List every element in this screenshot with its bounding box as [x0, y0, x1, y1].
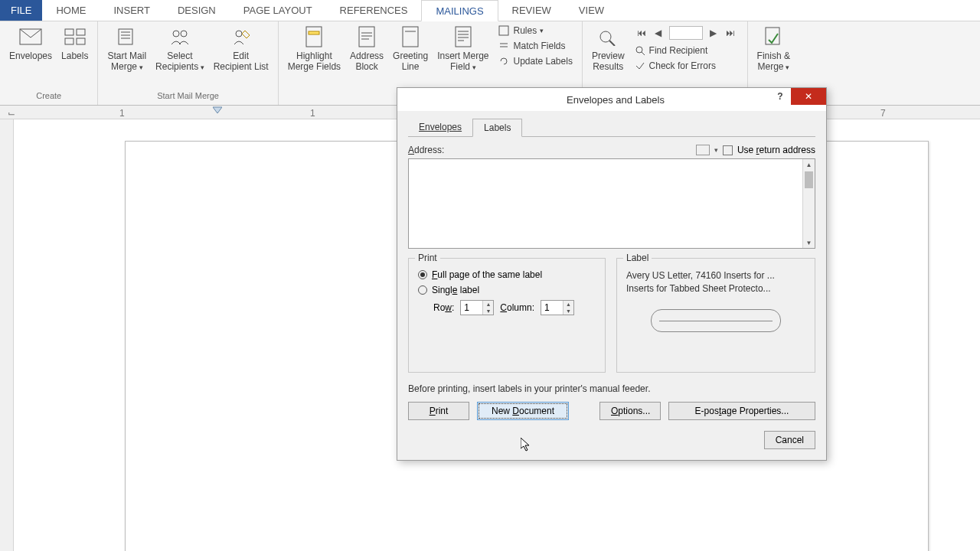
select-recipients-label: Select Recipients: [155, 51, 204, 73]
dialog-titlebar[interactable]: Envelopes and Labels ? ✕: [397, 88, 826, 111]
ruler-tick: 1: [119, 108, 125, 119]
row-down-icon[interactable]: ▼: [483, 308, 493, 315]
envelopes-button[interactable]: Envelopes: [5, 23, 57, 91]
address-book-icon[interactable]: [696, 145, 710, 155]
address-scrollbar[interactable]: ▲ ▼: [802, 159, 815, 248]
svg-rect-3: [65, 38, 74, 44]
greeting-icon: [398, 24, 423, 49]
greeting-line-button[interactable]: Greeting Line: [388, 23, 433, 91]
options-button[interactable]: Options...: [599, 402, 661, 420]
svg-rect-14: [359, 27, 374, 47]
edit-recipient-list-button[interactable]: Edit Recipient List: [209, 23, 273, 91]
start-mail-merge-label: Start Mail Merge: [107, 51, 146, 73]
tab-envelopes[interactable]: Envelopes: [408, 119, 472, 136]
first-record-icon[interactable]: ⏮: [635, 27, 648, 39]
address-block-button[interactable]: Address Block: [345, 23, 388, 91]
tab-insert[interactable]: INSERT: [100, 0, 163, 21]
column-spinner[interactable]: ▲▼: [541, 300, 574, 315]
tab-labels[interactable]: Labels: [472, 119, 522, 137]
tab-file[interactable]: FILE: [0, 0, 42, 21]
vertical-ruler[interactable]: [0, 119, 14, 551]
finish-merge-button[interactable]: Finish & Merge: [753, 23, 795, 91]
tab-references[interactable]: REFERENCES: [326, 0, 422, 21]
scroll-thumb[interactable]: [805, 171, 813, 188]
label-fieldset: Label Avery US Letter, 74160 Inserts for…: [616, 258, 815, 373]
dialog-close-button[interactable]: ✕: [791, 88, 826, 105]
preview-results-button[interactable]: Preview Results: [587, 23, 629, 91]
dialog-tabs: Envelopes Labels: [408, 119, 815, 137]
highlight-label: Highlight Merge Fields: [288, 51, 341, 72]
greeting-line-label: Greeting Line: [393, 51, 428, 72]
next-record-icon[interactable]: ▶: [707, 27, 720, 39]
radio-full-page[interactable]: [418, 270, 427, 279]
preview-results-label: Preview Results: [592, 51, 625, 72]
svg-marker-31: [213, 107, 222, 113]
match-fields-label: Match Fields: [513, 41, 565, 51]
label-preview[interactable]: [651, 309, 781, 332]
row-spinner[interactable]: ▲▼: [460, 300, 494, 315]
preview-small-stack: ⏮ ◀ ▶ ⏭ Find Recipient Check for Errors: [629, 23, 743, 91]
cancel-button[interactable]: Cancel: [764, 431, 815, 449]
match-fields-button[interactable]: Match Fields: [498, 40, 572, 52]
row-input[interactable]: [461, 301, 482, 315]
svg-point-28: [636, 47, 642, 53]
scroll-up-icon[interactable]: ▲: [803, 159, 815, 170]
use-return-address-checkbox[interactable]: [723, 145, 733, 155]
indent-marker-icon[interactable]: [213, 106, 222, 116]
radio-single-label[interactable]: [418, 285, 427, 295]
scroll-down-icon[interactable]: ▼: [803, 237, 815, 248]
select-recipients-button[interactable]: Select Recipients: [151, 23, 209, 91]
tab-home[interactable]: HOME: [42, 0, 100, 21]
col-up-icon[interactable]: ▲: [564, 301, 573, 308]
match-fields-icon: [498, 40, 510, 52]
print-legend: Print: [415, 253, 440, 263]
row-up-icon[interactable]: ▲: [483, 301, 493, 308]
last-record-icon[interactable]: ⏭: [724, 27, 737, 39]
finish-merge-label: Finish & Merge: [757, 51, 790, 73]
tab-mailings[interactable]: MAILINGS: [421, 0, 498, 21]
address-textarea[interactable]: ▲ ▼: [408, 158, 815, 249]
tab-page-layout[interactable]: PAGE LAYOUT: [230, 0, 326, 21]
radio-single-label-text: Single label: [432, 285, 479, 295]
dialog-help-button[interactable]: ?: [769, 88, 791, 105]
labels-button[interactable]: Labels: [57, 23, 93, 91]
update-labels-icon: [498, 55, 510, 67]
labels-label: Labels: [61, 51, 88, 61]
rules-button[interactable]: Rules▾: [498, 24, 572, 37]
svg-rect-25: [499, 26, 508, 35]
highlight-merge-fields-button[interactable]: Highlight Merge Fields: [283, 23, 345, 91]
prev-record-icon[interactable]: ◀: [652, 27, 665, 39]
svg-rect-13: [309, 31, 319, 34]
record-number-input[interactable]: [669, 26, 703, 40]
address-block-icon: [354, 24, 379, 49]
new-document-button[interactable]: New Document: [477, 402, 569, 420]
labels-icon: [63, 24, 87, 49]
find-recipient-label: Find Recipient: [649, 45, 708, 56]
check-errors-label: Check for Errors: [649, 60, 716, 71]
epostage-button[interactable]: E-postage Properties...: [668, 402, 815, 420]
envelopes-labels-dialog: Envelopes and Labels ? ✕ Envelopes Label…: [397, 87, 827, 461]
start-mail-merge-button[interactable]: Start Mail Merge: [103, 23, 151, 91]
svg-rect-20: [456, 27, 471, 47]
insert-merge-field-label: Insert Merge Field: [437, 51, 488, 73]
svg-rect-5: [119, 29, 132, 44]
find-recipient-button[interactable]: Find Recipient: [634, 44, 738, 57]
col-down-icon[interactable]: ▼: [564, 308, 573, 315]
check-errors-button[interactable]: Check for Errors: [634, 60, 738, 72]
svg-rect-2: [77, 29, 85, 35]
update-labels-button[interactable]: Update Labels: [498, 55, 572, 67]
rules-icon: [498, 24, 510, 37]
tab-view[interactable]: VIEW: [565, 0, 618, 21]
address-book-dropdown-icon[interactable]: ▾: [714, 146, 718, 154]
find-icon: [634, 44, 646, 57]
insert-merge-field-button[interactable]: Insert Merge Field: [433, 23, 493, 91]
tab-review[interactable]: REVIEW: [498, 0, 565, 21]
svg-rect-18: [403, 27, 418, 47]
ribbon-tabstrip: FILE HOME INSERT DESIGN PAGE LAYOUT REFE…: [0, 0, 980, 21]
row-label: Row:: [433, 302, 454, 313]
svg-rect-1: [65, 29, 74, 35]
preview-icon: [596, 24, 620, 49]
column-input[interactable]: [541, 301, 563, 315]
print-button[interactable]: Print: [408, 402, 469, 420]
tab-design[interactable]: DESIGN: [164, 0, 230, 21]
